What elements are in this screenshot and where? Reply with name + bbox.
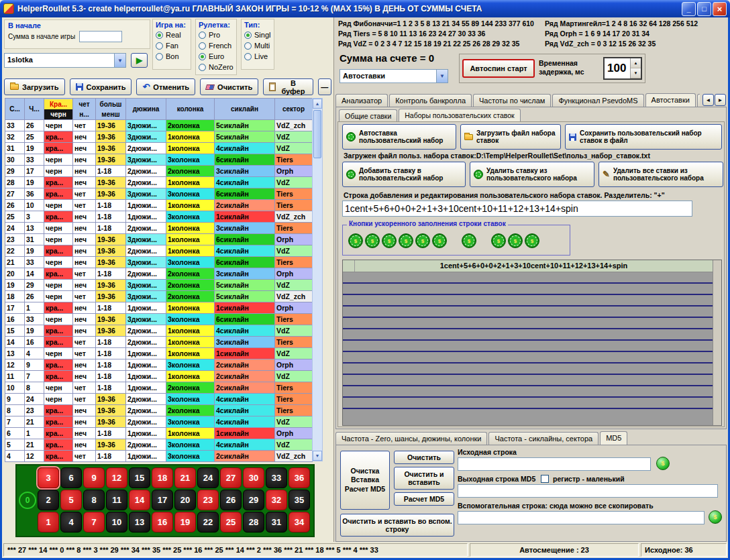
- history-header-cell[interactable]: большменш: [96, 99, 126, 120]
- history-row[interactable]: 2917черннеч1-182дюжи...2колонка3сиклайнO…: [5, 166, 313, 177]
- history-row[interactable]: 117кра...неч1-181дюжи...1колонка2сиклайн…: [5, 371, 313, 382]
- history-row[interactable]: 1519кра...неч19-362дюжи...1колонка4сикла…: [5, 325, 313, 337]
- md5-clear-button[interactable]: Очистить: [394, 451, 454, 464]
- scroll-down-button[interactable]: ▼: [313, 451, 322, 461]
- history-row[interactable]: 1416кра...чет1-182дюжи...1колонка3сиклай…: [5, 337, 313, 348]
- start-sum-input[interactable]: [79, 31, 122, 42]
- roulette-number-3[interactable]: 3: [38, 467, 59, 488]
- bet-chip-button[interactable]: $: [462, 233, 476, 248]
- history-row[interactable]: 3326чернчет19-363дюжи...2колонка5сиклайн…: [5, 120, 313, 131]
- bottom-tab-2[interactable]: MD5: [600, 431, 627, 445]
- history-row[interactable]: 521кра...неч19-362дюжи...3колонка4сиклай…: [5, 439, 313, 451]
- radio-singl[interactable]: Singl: [244, 30, 271, 40]
- sub-tab-0[interactable]: Общие ставки: [339, 109, 397, 122]
- history-row[interactable]: 2133черннеч19-363дюжи...3колонка6сиклайн…: [5, 257, 313, 268]
- history-row[interactable]: 2331черннеч19-363дюжи...1колонка6сиклайн…: [5, 234, 313, 245]
- main-tab-1[interactable]: Контроль банкролла: [389, 94, 472, 107]
- bet-chip-button[interactable]: $: [365, 233, 380, 248]
- radio-euro[interactable]: Euro: [199, 51, 233, 62]
- history-row[interactable]: 253кра...неч1-181дюжи...3колонка1сиклайн…: [5, 211, 313, 223]
- roulette-number-21[interactable]: 21: [174, 467, 196, 488]
- main-tab-5[interactable]: MD5: [697, 94, 700, 107]
- maximize-button[interactable]: □: [697, 2, 711, 16]
- bet-list-row[interactable]: [343, 398, 713, 409]
- history-header-cell[interactable]: Ч...: [25, 99, 44, 120]
- chevron-down-icon[interactable]: ▼: [436, 70, 448, 82]
- strategy-combo[interactable]: 1slotka ▼: [4, 53, 126, 68]
- roulette-number-7[interactable]: 7: [83, 512, 105, 533]
- history-row[interactable]: 1633черннеч19-363дюжи...3колонка6сиклайн…: [5, 314, 313, 325]
- md5-clear-paste-button[interactable]: Очистить и вставить: [394, 467, 454, 490]
- history-row[interactable]: 412кра...чет1-181дюжи...3колонка2сиклайн…: [5, 451, 313, 462]
- undo-button[interactable]: ↶Отменить: [136, 78, 195, 95]
- bet-list-scrollbar[interactable]: [713, 260, 721, 425]
- history-row[interactable]: 1826чернчет19-363дюжи...2колонка5сиклайн…: [5, 291, 313, 302]
- roulette-number-23[interactable]: 23: [197, 490, 219, 510]
- roulette-number-34[interactable]: 34: [289, 512, 310, 533]
- roulette-number-30[interactable]: 30: [243, 467, 264, 488]
- roulette-number-0[interactable]: 0: [19, 492, 36, 509]
- history-row[interactable]: 129кра...неч1-181дюжи...3колонка2сиклайн…: [5, 359, 313, 371]
- roulette-number-24[interactable]: 24: [197, 467, 219, 488]
- autospin-start-button[interactable]: Автоспин старт: [462, 59, 535, 78]
- radio-fan[interactable]: Fan: [156, 40, 188, 51]
- roulette-number-15[interactable]: 15: [129, 467, 150, 488]
- bet-chip-button[interactable]: $: [399, 233, 413, 248]
- play-button[interactable]: ▶: [131, 53, 148, 68]
- output-string-input[interactable]: [458, 484, 718, 498]
- delay-spinner[interactable]: 100 ▲ ▼: [603, 57, 642, 80]
- delay-spin-down-button[interactable]: ▼: [631, 68, 641, 78]
- bet-chip-button[interactable]: $: [348, 233, 363, 248]
- history-row[interactable]: 61кра...неч1-181дюжи...1колонка1сиклайнO…: [5, 428, 313, 439]
- bottom-tab-0[interactable]: Частота - Zero, шансы, дюжины, колонки: [335, 432, 487, 445]
- roulette-number-9[interactable]: 9: [83, 467, 105, 488]
- history-header-cell[interactable]: сиклайн: [215, 99, 275, 120]
- history-row[interactable]: 171кра...неч1-181дюжи...1колонка1сиклайн…: [5, 302, 313, 314]
- bet-list-row[interactable]: [343, 272, 713, 284]
- history-row[interactable]: 3119кра...неч19-362дюжи...1колонка4сикла…: [5, 143, 313, 154]
- radio-live[interactable]: Live: [244, 51, 271, 62]
- delay-spin-up-button[interactable]: ▲: [631, 58, 641, 68]
- main-tab-0[interactable]: Анализатор: [335, 94, 388, 107]
- clear-button[interactable]: Очистить: [200, 78, 258, 95]
- tab-scroll-left-button[interactable]: ◄: [702, 94, 714, 106]
- add-bet-button[interactable]: Добавить ставку в пользовательский набор: [342, 162, 466, 187]
- radio-bon[interactable]: Bon: [156, 51, 188, 62]
- roulette-number-20[interactable]: 20: [174, 490, 196, 510]
- remove-bet-button[interactable]: Удалить ставку из пользовательского набо…: [470, 162, 594, 187]
- tab-scroll-right-button[interactable]: ►: [715, 94, 726, 106]
- radio-real[interactable]: Real: [156, 30, 188, 40]
- paste-helper-button[interactable]: $: [709, 510, 722, 524]
- main-tab-3[interactable]: Функционал PsevdoMS: [552, 94, 643, 107]
- history-header-cell[interactable]: четн...: [73, 99, 96, 120]
- minimize-button[interactable]: _: [682, 2, 696, 16]
- md5-clear-paste-helper-button[interactable]: Очистить и вставить во вспом. строку: [340, 514, 454, 537]
- roulette-number-27[interactable]: 27: [220, 467, 242, 488]
- history-row[interactable]: 823кра...неч19-362дюжи...2колонка4сиклай…: [5, 405, 313, 416]
- radio-nozero[interactable]: NoZero: [199, 62, 233, 72]
- roulette-number-14[interactable]: 14: [129, 490, 150, 510]
- bet-list-row[interactable]: [343, 318, 713, 329]
- md5-combo-button[interactable]: Очистка Вставка Расчет MD5: [340, 451, 390, 510]
- history-header-cell[interactable]: колонка: [166, 99, 215, 120]
- history-row[interactable]: 2413черннеч1-182дюжи...1колонка3сиклайнT…: [5, 223, 313, 234]
- source-string-input[interactable]: [458, 457, 651, 471]
- bet-list-row[interactable]: [343, 375, 713, 386]
- bet-list-row[interactable]: [343, 329, 713, 341]
- roulette-number-25[interactable]: 25: [220, 512, 242, 533]
- roulette-number-5[interactable]: 5: [60, 490, 82, 510]
- roulette-number-31[interactable]: 31: [266, 512, 287, 533]
- roulette-number-11[interactable]: 11: [106, 490, 127, 510]
- remove-all-bets-button[interactable]: ✎Удалить все ставки из пользовательского…: [598, 162, 723, 187]
- sub-tab-1[interactable]: Наборы пользовательских ставок: [399, 109, 520, 123]
- roulette-number-19[interactable]: 19: [174, 512, 196, 533]
- load-set-file-button[interactable]: Загрузить файл набора ставок: [460, 124, 561, 150]
- roulette-number-2[interactable]: 2: [38, 490, 59, 510]
- history-row[interactable]: 1929черннеч19-363дюжи...2колонка5сиклайн…: [5, 280, 313, 291]
- bet-chip-button[interactable]: $: [415, 233, 430, 248]
- history-row[interactable]: 134чернчет1-181дюжи...1колонка1сиклайнVd…: [5, 348, 313, 359]
- roulette-number-12[interactable]: 12: [106, 467, 127, 488]
- bet-list-row[interactable]: [343, 363, 713, 375]
- history-row[interactable]: 2610чернчет1-181дюжи...1колонка2сиклайнT…: [5, 200, 313, 211]
- history-row[interactable]: 2219кра...неч19-362дюжи...1колонка4сикла…: [5, 245, 313, 257]
